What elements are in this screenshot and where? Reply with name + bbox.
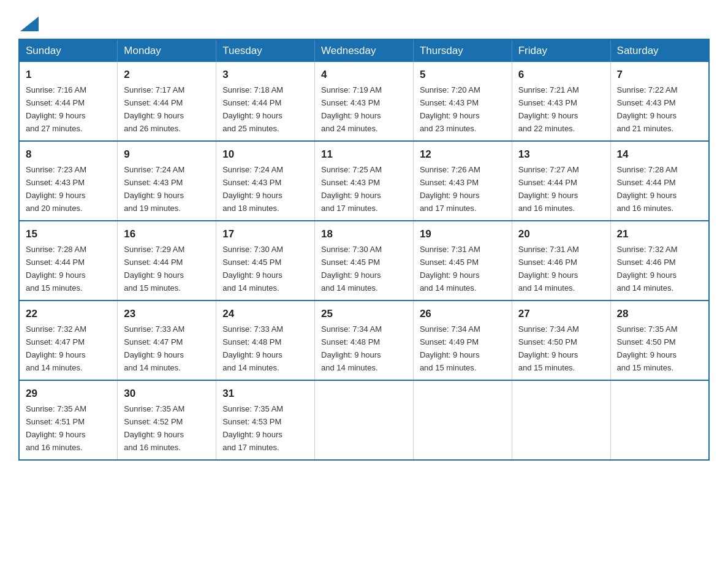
calendar-cell	[413, 380, 512, 460]
calendar-cell: 13 Sunrise: 7:27 AMSunset: 4:44 PMDaylig…	[512, 141, 610, 221]
day-number: 24	[222, 306, 308, 322]
calendar-cell	[610, 380, 709, 460]
day-number: 11	[321, 147, 407, 163]
day-number: 20	[518, 226, 604, 242]
calendar-cell: 7 Sunrise: 7:22 AMSunset: 4:43 PMDayligh…	[610, 62, 709, 141]
weekday-header-tuesday: Tuesday	[216, 39, 315, 62]
day-info-block: Sunrise: 7:21 AMSunset: 4:43 PMDaylight:…	[518, 85, 579, 133]
calendar-cell: 12 Sunrise: 7:26 AMSunset: 4:43 PMDaylig…	[413, 141, 512, 221]
logo-triangle-icon	[20, 14, 39, 31]
calendar-cell: 3 Sunrise: 7:18 AMSunset: 4:44 PMDayligh…	[216, 62, 315, 141]
calendar-cell: 27 Sunrise: 7:34 AMSunset: 4:50 PMDaylig…	[512, 301, 610, 380]
day-info-block: Sunrise: 7:27 AMSunset: 4:44 PMDaylight:…	[518, 165, 579, 213]
day-info-block: Sunrise: 7:24 AMSunset: 4:43 PMDaylight:…	[124, 165, 184, 213]
page-header	[18, 12, 710, 28]
day-info-block: Sunrise: 7:16 AMSunset: 4:44 PMDaylight:…	[26, 85, 86, 133]
day-info-block: Sunrise: 7:23 AMSunset: 4:43 PMDaylight:…	[26, 165, 86, 213]
calendar-cell: 31 Sunrise: 7:35 AMSunset: 4:53 PMDaylig…	[216, 380, 315, 460]
calendar-cell: 1 Sunrise: 7:16 AMSunset: 4:44 PMDayligh…	[19, 62, 118, 141]
day-number: 13	[518, 147, 604, 163]
calendar-cell: 15 Sunrise: 7:28 AMSunset: 4:44 PMDaylig…	[19, 221, 118, 301]
calendar-cell: 23 Sunrise: 7:33 AMSunset: 4:47 PMDaylig…	[118, 301, 216, 380]
weekday-header-sunday: Sunday	[19, 39, 118, 62]
day-info-block: Sunrise: 7:17 AMSunset: 4:44 PMDaylight:…	[124, 85, 184, 133]
calendar-cell: 22 Sunrise: 7:32 AMSunset: 4:47 PMDaylig…	[19, 301, 118, 380]
day-number: 27	[518, 306, 604, 322]
calendar-cell: 9 Sunrise: 7:24 AMSunset: 4:43 PMDayligh…	[118, 141, 216, 221]
day-number: 31	[222, 386, 308, 402]
calendar-cell	[512, 380, 610, 460]
calendar-cell: 6 Sunrise: 7:21 AMSunset: 4:43 PMDayligh…	[512, 62, 610, 141]
calendar-week-row: 29 Sunrise: 7:35 AMSunset: 4:51 PMDaylig…	[19, 380, 709, 460]
day-number: 29	[26, 386, 111, 402]
day-number: 28	[617, 306, 702, 322]
day-number: 26	[420, 306, 506, 322]
calendar-cell: 25 Sunrise: 7:34 AMSunset: 4:48 PMDaylig…	[315, 301, 414, 380]
day-info-block: Sunrise: 7:35 AMSunset: 4:51 PMDaylight:…	[26, 404, 86, 452]
calendar-cell: 17 Sunrise: 7:30 AMSunset: 4:45 PMDaylig…	[216, 221, 315, 301]
day-info-block: Sunrise: 7:29 AMSunset: 4:44 PMDaylight:…	[124, 245, 184, 293]
day-info-block: Sunrise: 7:20 AMSunset: 4:43 PMDaylight:…	[420, 85, 480, 133]
day-number: 18	[321, 226, 407, 242]
calendar-cell: 5 Sunrise: 7:20 AMSunset: 4:43 PMDayligh…	[413, 62, 512, 141]
weekday-header-friday: Friday	[512, 39, 610, 62]
calendar-week-row: 1 Sunrise: 7:16 AMSunset: 4:44 PMDayligh…	[19, 62, 709, 141]
day-info-block: Sunrise: 7:25 AMSunset: 4:43 PMDaylight:…	[321, 165, 382, 213]
day-info-block: Sunrise: 7:31 AMSunset: 4:45 PMDaylight:…	[420, 245, 480, 293]
logo	[18, 12, 39, 28]
calendar-cell	[315, 380, 414, 460]
day-number: 17	[222, 226, 308, 242]
day-info-block: Sunrise: 7:31 AMSunset: 4:46 PMDaylight:…	[518, 245, 579, 293]
calendar-cell: 11 Sunrise: 7:25 AMSunset: 4:43 PMDaylig…	[315, 141, 414, 221]
day-number: 25	[321, 306, 407, 322]
day-info-block: Sunrise: 7:19 AMSunset: 4:43 PMDaylight:…	[321, 85, 382, 133]
day-number: 8	[26, 147, 111, 163]
calendar-cell: 19 Sunrise: 7:31 AMSunset: 4:45 PMDaylig…	[413, 221, 512, 301]
day-number: 9	[124, 147, 210, 163]
day-info-block: Sunrise: 7:32 AMSunset: 4:47 PMDaylight:…	[26, 324, 86, 372]
calendar-cell: 4 Sunrise: 7:19 AMSunset: 4:43 PMDayligh…	[315, 62, 414, 141]
calendar-cell: 21 Sunrise: 7:32 AMSunset: 4:46 PMDaylig…	[610, 221, 709, 301]
day-number: 21	[617, 226, 702, 242]
day-info-block: Sunrise: 7:30 AMSunset: 4:45 PMDaylight:…	[222, 245, 283, 293]
calendar-week-row: 22 Sunrise: 7:32 AMSunset: 4:47 PMDaylig…	[19, 301, 709, 380]
day-info-block: Sunrise: 7:34 AMSunset: 4:48 PMDaylight:…	[321, 324, 382, 372]
day-number: 1	[26, 67, 111, 83]
calendar-cell: 24 Sunrise: 7:33 AMSunset: 4:48 PMDaylig…	[216, 301, 315, 380]
day-info-block: Sunrise: 7:34 AMSunset: 4:50 PMDaylight:…	[518, 324, 579, 372]
weekday-header-saturday: Saturday	[610, 39, 709, 62]
day-info-block: Sunrise: 7:32 AMSunset: 4:46 PMDaylight:…	[617, 245, 678, 293]
calendar-cell: 26 Sunrise: 7:34 AMSunset: 4:49 PMDaylig…	[413, 301, 512, 380]
calendar-cell: 29 Sunrise: 7:35 AMSunset: 4:51 PMDaylig…	[19, 380, 118, 460]
day-number: 2	[124, 67, 210, 83]
calendar-cell: 2 Sunrise: 7:17 AMSunset: 4:44 PMDayligh…	[118, 62, 216, 141]
calendar-cell: 30 Sunrise: 7:35 AMSunset: 4:52 PMDaylig…	[118, 380, 216, 460]
day-number: 30	[124, 386, 210, 402]
calendar-cell: 20 Sunrise: 7:31 AMSunset: 4:46 PMDaylig…	[512, 221, 610, 301]
day-number: 6	[518, 67, 604, 83]
day-number: 23	[124, 306, 210, 322]
day-info-block: Sunrise: 7:30 AMSunset: 4:45 PMDaylight:…	[321, 245, 382, 293]
day-number: 15	[26, 226, 111, 242]
calendar-header-row: SundayMondayTuesdayWednesdayThursdayFrid…	[19, 39, 709, 62]
day-info-block: Sunrise: 7:22 AMSunset: 4:43 PMDaylight:…	[617, 85, 678, 133]
day-info-block: Sunrise: 7:35 AMSunset: 4:52 PMDaylight:…	[124, 404, 184, 452]
day-number: 7	[617, 67, 702, 83]
day-info-block: Sunrise: 7:34 AMSunset: 4:49 PMDaylight:…	[420, 324, 480, 372]
day-info-block: Sunrise: 7:28 AMSunset: 4:44 PMDaylight:…	[617, 165, 678, 213]
weekday-header-monday: Monday	[118, 39, 216, 62]
day-number: 5	[420, 67, 506, 83]
svg-marker-0	[20, 17, 39, 31]
day-info-block: Sunrise: 7:26 AMSunset: 4:43 PMDaylight:…	[420, 165, 480, 213]
day-info-block: Sunrise: 7:28 AMSunset: 4:44 PMDaylight:…	[26, 245, 86, 293]
day-info-block: Sunrise: 7:33 AMSunset: 4:47 PMDaylight:…	[124, 324, 184, 372]
calendar-cell: 16 Sunrise: 7:29 AMSunset: 4:44 PMDaylig…	[118, 221, 216, 301]
day-number: 16	[124, 226, 210, 242]
weekday-header-wednesday: Wednesday	[315, 39, 414, 62]
calendar-cell: 18 Sunrise: 7:30 AMSunset: 4:45 PMDaylig…	[315, 221, 414, 301]
day-info-block: Sunrise: 7:35 AMSunset: 4:50 PMDaylight:…	[617, 324, 678, 372]
calendar-week-row: 8 Sunrise: 7:23 AMSunset: 4:43 PMDayligh…	[19, 141, 709, 221]
day-number: 14	[617, 147, 702, 163]
day-info-block: Sunrise: 7:18 AMSunset: 4:44 PMDaylight:…	[222, 85, 283, 133]
calendar-cell: 8 Sunrise: 7:23 AMSunset: 4:43 PMDayligh…	[19, 141, 118, 221]
